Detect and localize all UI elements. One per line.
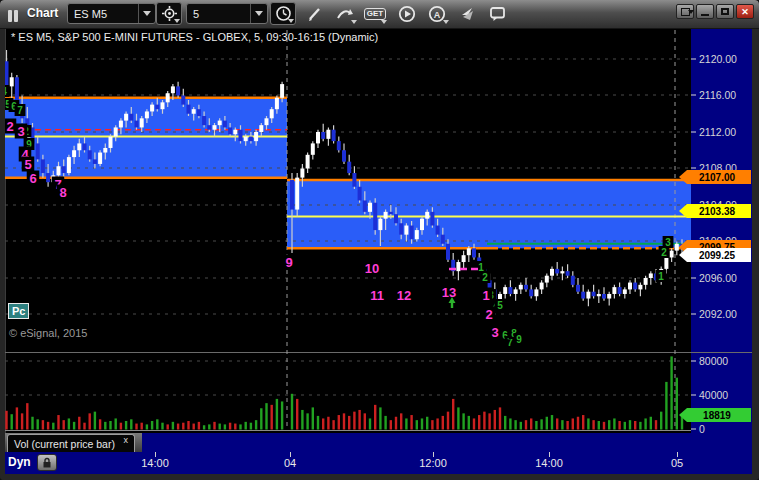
maximize-button[interactable] — [716, 4, 734, 19]
candle-body — [503, 287, 507, 294]
volume-bar — [317, 416, 319, 430]
volume-bar — [250, 423, 252, 430]
volume-bar — [94, 412, 96, 430]
interval-combobox[interactable]: 5 — [186, 3, 268, 24]
volume-bar — [141, 423, 143, 430]
chart-canvas[interactable]: 4567291234567891232345678910111213123212… — [0, 0, 759, 480]
window-frame-bottom — [0, 474, 759, 480]
volume-bar — [525, 420, 527, 429]
tab-volume-study[interactable]: Vol (current price bar) x — [7, 434, 135, 452]
candle-body — [394, 214, 398, 223]
volume-bar — [63, 420, 65, 429]
send-button[interactable] — [454, 2, 480, 25]
chart-window: 4567291234567891232345678910111213123212… — [0, 0, 759, 480]
symbol-dropdown-arrow[interactable] — [138, 4, 155, 23]
chart-window-icon — [8, 8, 22, 20]
candle-body — [207, 125, 211, 130]
volume-bar — [26, 403, 28, 429]
dyn-mode-button[interactable]: Dyn — [8, 455, 31, 469]
candle-body — [202, 116, 206, 125]
volume-bar — [546, 417, 548, 430]
price-tag-label: 18819 — [703, 410, 731, 421]
volume-bar — [306, 413, 308, 429]
candle-body — [399, 223, 403, 234]
volume-bar — [582, 415, 584, 429]
candle-body — [41, 159, 45, 173]
volume-bar — [421, 418, 423, 429]
volume-bar — [520, 422, 522, 430]
symbol-settings-button[interactable] — [156, 2, 182, 25]
interval-dropdown-arrow[interactable] — [250, 4, 267, 23]
volume-bar — [494, 410, 496, 430]
pc-indicator-badge[interactable]: Pc — [8, 303, 29, 319]
candle-body — [249, 137, 253, 142]
interval-value: 5 — [187, 8, 250, 20]
draw-tool-button[interactable] — [302, 2, 328, 25]
candle-body — [602, 294, 606, 299]
candle-body — [472, 248, 476, 257]
volume-bar — [587, 418, 589, 429]
volume-bar — [47, 422, 49, 430]
price-zone — [287, 180, 691, 248]
volume-bar — [5, 411, 7, 430]
volume-bar — [452, 399, 454, 430]
close-button[interactable]: ✕ — [736, 4, 754, 19]
candle-body — [675, 244, 679, 251]
volume-bar — [514, 420, 516, 429]
candle-body — [181, 96, 185, 105]
swing-marker-magenta: 6 — [29, 171, 36, 186]
volume-bar — [42, 420, 44, 429]
candle-body — [83, 143, 87, 150]
candle-body — [524, 285, 528, 290]
candle-body — [612, 287, 616, 294]
play-icon — [398, 5, 416, 23]
time-template-button[interactable] — [270, 2, 296, 25]
trendline-tool-button[interactable] — [332, 2, 358, 25]
candle-body — [166, 93, 170, 102]
volume-bar — [405, 418, 407, 429]
volume-bar — [156, 419, 158, 429]
volume-bar — [208, 424, 210, 429]
volume-bar — [379, 407, 381, 429]
volume-bar — [338, 415, 340, 429]
minimize-button[interactable] — [696, 4, 714, 19]
volume-bar — [478, 415, 480, 429]
volume-bar — [296, 399, 298, 430]
tab-close-icon[interactable]: x — [124, 435, 129, 445]
volume-bar — [276, 399, 278, 430]
volume-bar — [410, 415, 412, 429]
volume-bar — [193, 424, 195, 430]
candle-body — [46, 173, 50, 182]
lock-button[interactable] — [37, 454, 57, 471]
candle-body — [633, 283, 637, 290]
symbol-combobox[interactable]: ES M5 — [67, 3, 156, 24]
volume-bar — [167, 424, 169, 429]
annotation-button[interactable]: A — [424, 2, 450, 25]
volume-bar — [556, 418, 558, 429]
volume-bar — [115, 418, 117, 429]
candle-body — [436, 226, 440, 235]
candle-body — [430, 212, 434, 226]
play-button[interactable] — [394, 2, 420, 25]
candle-body — [114, 127, 118, 136]
candle-body — [352, 173, 356, 187]
restore-button[interactable] — [676, 4, 694, 19]
volume-bar — [504, 416, 506, 430]
volume-bar — [255, 420, 257, 429]
volume-bar — [535, 421, 537, 430]
padlock-icon — [41, 457, 53, 469]
comment-button[interactable] — [484, 2, 510, 25]
volume-bar — [676, 378, 678, 430]
volume-bar — [219, 424, 221, 430]
volume-bar — [364, 413, 366, 429]
volume-bar — [332, 420, 334, 429]
get-data-button[interactable]: GET — [362, 2, 388, 25]
candle-body — [171, 86, 175, 93]
count-marker-green: 5 — [497, 300, 503, 311]
volume-bar — [172, 422, 174, 430]
price-tag-label: 2107.00 — [699, 172, 736, 183]
volume-bar — [473, 418, 475, 429]
volume-bar — [655, 420, 657, 429]
candle-body — [228, 127, 232, 134]
get-icon: GET — [364, 8, 386, 20]
